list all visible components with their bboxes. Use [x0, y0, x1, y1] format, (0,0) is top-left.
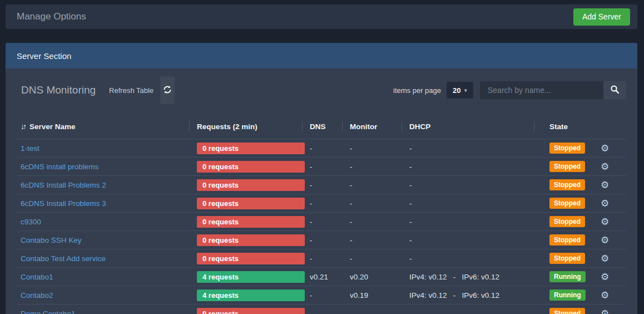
monitor-version: -: [342, 236, 402, 244]
monitor-version: -: [342, 310, 402, 314]
items-per-page-label: items per page: [393, 86, 441, 95]
dns-version: -: [302, 218, 342, 226]
gear-icon[interactable]: ⚙: [601, 217, 609, 227]
dns-version: -: [302, 236, 342, 244]
server-name-link[interactable]: Contabo2: [21, 291, 53, 300]
add-server-button[interactable]: Add Server: [573, 8, 630, 26]
state-badge: Stopped: [549, 216, 585, 227]
table-row: Contabo Test Add service 0 requests - - …: [17, 249, 626, 267]
state-badge: Stopped: [549, 161, 585, 172]
panel-title: Server Section: [17, 51, 71, 61]
requests-badge: 0 requests: [197, 179, 305, 191]
items-per-page-value: 20: [453, 86, 460, 95]
search-icon: [610, 85, 620, 96]
dns-version: v0.21: [302, 273, 342, 281]
refresh-button[interactable]: [160, 76, 175, 104]
dhcp-version: -: [402, 144, 534, 153]
gear-icon[interactable]: ⚙: [601, 161, 609, 172]
column-header-dhcp: DHCP: [402, 122, 534, 131]
table-row: 1-test 0 requests - - - Stopped ⚙: [17, 139, 626, 157]
monitor-version: v0.19: [342, 291, 402, 300]
gear-icon[interactable]: ⚙: [601, 143, 609, 154]
table-heading: DNS Monitoring: [21, 84, 96, 96]
table-row: 6cDNS install problems 0 requests - - - …: [17, 157, 626, 175]
monitor-version: v0.20: [342, 273, 402, 281]
server-name-link[interactable]: Contabo1: [21, 273, 53, 281]
dhcp-version: -: [402, 310, 534, 314]
panel-header: Server Section: [6, 43, 637, 68]
requests-badge: 0 requests: [197, 143, 305, 154]
search-input[interactable]: [480, 81, 603, 99]
dns-version: -: [302, 291, 342, 300]
monitor-version: -: [342, 218, 402, 226]
table-toolbar: DNS Monitoring Refresh Table items per p…: [17, 76, 626, 104]
server-name-link[interactable]: 6cDNS Install Problems 2: [21, 181, 106, 189]
state-badge: Running: [549, 271, 586, 282]
dns-version: -: [302, 310, 342, 314]
requests-badge: 0 requests: [197, 161, 305, 173]
column-header-monitor: Monitor: [342, 122, 402, 131]
toolbar-right-controls: items per page 20 ▾: [393, 81, 626, 99]
dhcp-version: -: [402, 181, 534, 189]
server-name-link[interactable]: 1-test: [21, 144, 39, 153]
server-name-link[interactable]: 6cDNS Install Problems 3: [21, 199, 106, 208]
table-row: Demo Contabo1 0 requests - - - Stopped ⚙: [17, 304, 626, 314]
dns-version: -: [302, 181, 342, 189]
requests-badge: 0 requests: [197, 253, 305, 264]
requests-badge: 0 requests: [197, 198, 305, 209]
table-row: Contabo SSH Key 0 requests - - - Stopped…: [17, 230, 626, 249]
server-name-link[interactable]: Demo Contabo1: [21, 310, 75, 314]
monitor-version: -: [342, 254, 402, 263]
state-badge: Stopped: [549, 179, 585, 190]
dhcp-version: -: [402, 218, 534, 226]
gear-icon[interactable]: ⚙: [601, 235, 609, 246]
server-section-panel: Server Section DNS Monitoring Refresh Ta…: [6, 43, 637, 314]
server-name-link[interactable]: 6cDNS install problems: [21, 163, 98, 171]
dns-version: -: [302, 163, 342, 171]
requests-badge: 4 requests: [197, 271, 305, 283]
dns-version: -: [302, 144, 342, 153]
gear-icon[interactable]: ⚙: [601, 180, 609, 190]
dhcp-version: -: [402, 254, 534, 263]
dhcp-version: IPv4: v0.12 - IPv6: v0.12: [402, 291, 534, 300]
table-row: Contabo1 4 requests v0.21 v0.20 IPv4: v0…: [17, 267, 626, 286]
server-name-link[interactable]: Contabo Test Add service: [21, 254, 106, 263]
state-badge: Running: [549, 290, 586, 301]
gear-icon[interactable]: ⚙: [601, 272, 609, 282]
refresh-icon: [163, 85, 172, 96]
dhcp-version: -: [402, 163, 534, 171]
table-row: 6cDNS Install Problems 2 0 requests - - …: [17, 175, 626, 194]
requests-badge: 0 requests: [197, 234, 305, 246]
requests-badge: 4 requests: [197, 290, 305, 301]
gear-icon[interactable]: ⚙: [601, 198, 609, 209]
table-row: 6cDNS Install Problems 3 0 requests - - …: [17, 194, 626, 212]
gear-icon[interactable]: ⚙: [601, 308, 609, 314]
server-name-link[interactable]: Contabo SSH Key: [21, 236, 82, 244]
server-name-link[interactable]: c9300: [21, 218, 41, 226]
column-header-dns: DNS: [302, 122, 342, 131]
search-group: [480, 81, 626, 99]
monitor-version: -: [342, 144, 402, 153]
top-header-bar: Manage Options Add Server: [6, 4, 637, 29]
column-header-state: State: [534, 122, 595, 131]
dhcp-version: -: [402, 199, 534, 208]
monitor-version: -: [342, 181, 402, 189]
state-badge: Stopped: [549, 234, 585, 246]
chevron-down-icon: ▾: [464, 87, 467, 94]
search-button[interactable]: [603, 81, 626, 99]
monitor-version: -: [342, 163, 402, 171]
state-badge: Stopped: [549, 198, 585, 209]
column-header-server-name[interactable]: ↓↑ Server Name: [17, 122, 189, 131]
column-header-requests: Requests (2 min): [189, 122, 302, 131]
page-title: Manage Options: [17, 11, 86, 22]
gear-icon[interactable]: ⚙: [601, 253, 609, 264]
dhcp-version: IPv4: v0.12 - IPv6: v0.12: [402, 273, 534, 281]
state-badge: Stopped: [549, 143, 585, 154]
table-row: c9300 0 requests - - - Stopped ⚙: [17, 212, 626, 230]
panel-body: DNS Monitoring Refresh Table items per p…: [6, 68, 637, 314]
refresh-table-label: Refresh Table: [109, 86, 153, 95]
gear-icon[interactable]: ⚙: [601, 290, 609, 301]
table-header-row: ↓↑ Server Name Requests (2 min) DNS Moni…: [17, 114, 626, 139]
state-badge: Stopped: [549, 253, 585, 264]
items-per-page-select[interactable]: 20 ▾: [447, 82, 473, 99]
